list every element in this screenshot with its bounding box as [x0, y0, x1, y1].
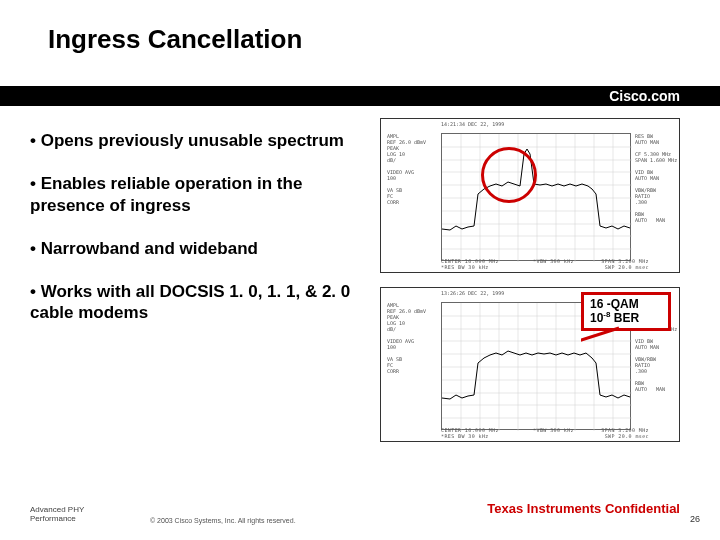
footer-confidential: Texas Instruments Confidential — [487, 501, 680, 516]
callout-arrow-icon — [581, 326, 641, 366]
analyzer-header: 13:26:26 DEC 22, 1999 — [441, 290, 504, 296]
bullet-item: • Narrowband and wideband — [30, 238, 370, 259]
footer-left: Advanced PHY Performance — [30, 506, 84, 524]
callout-line2: 10-8 BER — [590, 311, 662, 325]
brand-label: Cisco.com — [609, 88, 680, 104]
spectrum-bottom: 13:26:26 DEC 22, 1999 AMPL REF 26.0 dBmV… — [380, 287, 680, 442]
highlight-circle-icon — [481, 147, 537, 203]
footer: Advanced PHY Performance © 2003 Cisco Sy… — [30, 494, 700, 524]
analyzer-header: 14:21:34 DEC 22, 1999 — [441, 121, 504, 127]
svg-line-36 — [581, 328, 619, 356]
callout-line1: 16 -QAM — [590, 298, 662, 311]
figure-area: 14:21:34 DEC 22, 1999 AMPL REF 26.0 dBmV… — [380, 118, 680, 448]
analyzer-screen — [441, 133, 631, 261]
analyzer-left-panel: AMPL REF 26.0 dBmV PEAK LOG 10 dB/ VIDEO… — [387, 133, 437, 205]
footer-copyright: © 2003 Cisco Systems, Inc. All rights re… — [150, 517, 296, 524]
bullet-item: • Opens previously unusable spectrum — [30, 130, 370, 151]
bullet-item: • Works with all DOCSIS 1. 0, 1. 1, & 2.… — [30, 281, 370, 324]
analyzer-left-panel: AMPL REF 26.0 dBmV PEAK LOG 10 dB/ VIDEO… — [387, 302, 437, 374]
page-number: 26 — [690, 514, 700, 524]
bullet-item: • Enables reliable operation in the pres… — [30, 173, 370, 216]
analyzer-footer: CENTER 16.000 MHz *VBW 300 kHz SPAN 3.20… — [441, 427, 649, 439]
analyzer-right-panel: RES BW AUTO MAN CF 5.300 MHz SPAN 1.600 … — [635, 133, 675, 223]
bullet-list: • Opens previously unusable spectrum • E… — [30, 130, 370, 346]
page-title: Ingress Cancellation — [48, 24, 720, 55]
analyzer-footer: CENTER 16.000 MHz *VBW 300 kHz SPAN 3.20… — [441, 258, 649, 270]
spectrum-top: 14:21:34 DEC 22, 1999 AMPL REF 26.0 dBmV… — [380, 118, 680, 273]
trace-svg — [442, 134, 632, 262]
